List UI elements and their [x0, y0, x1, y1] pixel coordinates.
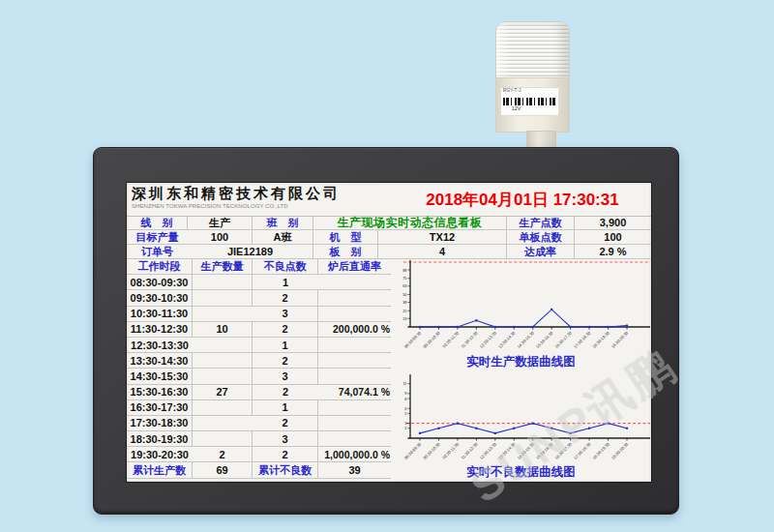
svg-text:15:30-16:30: 15:30-16:30	[535, 330, 554, 349]
achievement-rate-value: 2.9 %	[575, 245, 651, 259]
cell-pass-rate	[318, 307, 391, 322]
cell-time-slot: 16:30-17:30	[127, 400, 193, 416]
monitor-bezel: 深圳东和精密技术有限公司 SHENZHEN TOKWA PRECISION TE…	[93, 147, 679, 515]
achievement-rate-label: 达成率	[507, 245, 575, 259]
production-points-value: 3,900	[575, 216, 651, 230]
cell-defect-points: 2	[253, 447, 318, 462]
machine-model-value: TX12	[378, 230, 507, 245]
cell-time-slot: 15:30-16:30	[127, 385, 193, 400]
cell-defect-points: 1	[253, 338, 318, 353]
cell-pass-rate	[318, 338, 391, 353]
production-points-label: 生产点数	[507, 216, 575, 230]
tower-voltage-text: 12V	[501, 105, 535, 110]
cell-time-slot: 18:30-19:30	[127, 431, 193, 447]
cell-production-qty	[193, 400, 253, 416]
cell-time-slot: 12:30-13:30	[127, 338, 193, 353]
svg-text:08:30-09:30: 08:30-09:30	[403, 441, 423, 460]
board-points-label: 单板点数	[507, 230, 575, 245]
cell-pass-rate	[318, 290, 391, 306]
svg-text:5: 5	[404, 411, 406, 416]
cell-defect-points: 2	[253, 290, 318, 306]
board-points-value: 100	[575, 230, 651, 245]
svg-text:14:30-15:30: 14:30-15:30	[517, 330, 536, 349]
total-production-value: 69	[193, 462, 253, 478]
info-grid: 线 别 生产 班 别 生产现场实时动态信息看板 生产点数 3,900 目标产量 …	[127, 216, 651, 259]
cell-pass-rate	[318, 275, 391, 290]
datetime-display: 2018年04月01日 17:30:31	[398, 189, 647, 211]
svg-text:18:30-19:30: 18:30-19:30	[591, 441, 610, 460]
cell-pass-rate	[318, 416, 391, 431]
screen-header: 深圳东和精密技术有限公司 SHENZHEN TOKWA PRECISION TE…	[127, 183, 651, 217]
board-type-value: 4	[378, 245, 507, 259]
svg-text:19:30-20:30: 19:30-20:30	[610, 330, 630, 349]
cell-time-slot: 10:30-11:30	[127, 307, 193, 322]
svg-text:12:30-13:30: 12:30-13:30	[479, 441, 498, 460]
cell-defect-points: 3	[253, 307, 318, 322]
cell-time-slot: 13:30-14:30	[127, 353, 193, 369]
svg-text:17:30-18:30: 17:30-18:30	[573, 441, 592, 460]
cell-production-qty	[193, 431, 253, 447]
svg-text:15:30-16:30: 15:30-16:30	[535, 441, 554, 460]
column-header: 生产数量	[193, 259, 253, 275]
svg-text:88: 88	[402, 268, 406, 273]
cell-pass-rate: 1,000,000.0 %	[318, 447, 391, 462]
svg-text:08:30-09:30: 08:30-09:30	[403, 330, 423, 349]
order-number-label: 订单号	[127, 245, 188, 259]
svg-text:12:30-13:30: 12:30-13:30	[479, 330, 498, 349]
svg-text:16:30-17:30: 16:30-17:30	[553, 441, 573, 460]
order-number-value: JIE12189	[188, 245, 313, 259]
cell-production-qty: 2	[193, 447, 253, 462]
cell-pass-rate: 200,000.0 %	[318, 322, 391, 338]
cell-defect-points: 2	[253, 322, 318, 338]
company-name-cn: 深圳东和精密技术有限公司	[132, 185, 362, 203]
barcode-icon	[503, 98, 556, 105]
target-output-label: 目标产量	[127, 230, 188, 245]
cell-production-qty	[193, 353, 253, 369]
svg-text:16:30-17:30: 16:30-17:30	[553, 330, 573, 349]
cell-production-qty	[193, 290, 253, 306]
svg-text:11: 11	[402, 381, 406, 386]
shift-label: 班 别	[253, 216, 313, 230]
svg-text:9: 9	[404, 391, 406, 396]
svg-text:14:30-15:30: 14:30-15:30	[517, 441, 536, 460]
cell-production-qty	[193, 307, 253, 322]
svg-text:10:30-11:30: 10:30-11:30	[441, 330, 461, 349]
company-block: 深圳东和精密技术有限公司 SHENZHEN TOKWA PRECISION TE…	[132, 185, 362, 213]
chart-region: 1325385063758808:30-09:3009:30-10:3010:3…	[391, 259, 651, 482]
cell-pass-rate	[318, 400, 391, 416]
svg-text:18:30-19:30: 18:30-19:30	[591, 330, 610, 349]
cell-production-qty	[193, 369, 253, 384]
cell-defect-points: 3	[253, 369, 318, 384]
svg-text:38: 38	[402, 300, 406, 305]
cell-defect-points: 1	[253, 275, 318, 290]
production-line-chart: 1325385063758808:30-09:3009:30-10:3010:3…	[391, 259, 651, 352]
cell-time-slot: 08:30-09:30	[127, 275, 193, 290]
machine-model-label: 机 型	[313, 230, 378, 245]
svg-text:50: 50	[402, 292, 407, 297]
svg-text:09:30-10:30: 09:30-10:30	[422, 330, 441, 349]
tower-model-text: RGY-T-J	[501, 88, 532, 93]
total-defect-value: 39	[318, 462, 391, 478]
cell-defect-points: 2	[253, 385, 318, 400]
svg-text:09:30-10:30: 09:30-10:30	[422, 441, 441, 460]
signal-tower-light	[495, 21, 570, 81]
svg-text:10:30-11:30: 10:30-11:30	[441, 441, 461, 460]
cell-pass-rate	[318, 431, 391, 447]
svg-text:63: 63	[402, 283, 406, 288]
svg-text:25: 25	[402, 309, 406, 313]
total-defect-label: 累计不良数	[253, 462, 318, 478]
dashboard-screen: 深圳东和精密技术有限公司 SHENZHEN TOKWA PRECISION TE…	[127, 183, 651, 482]
shift-table: 工作时段生产数量不良点数炉后直通率08:30-09:30109:30-10:30…	[127, 259, 391, 479]
column-header: 炉后直通率	[318, 259, 391, 275]
svg-text:2: 2	[404, 426, 406, 430]
cell-defect-points: 1	[253, 400, 318, 416]
svg-text:13:30-14:30: 13:30-14:30	[497, 441, 517, 460]
cell-production-qty	[193, 338, 253, 353]
cell-production-qty	[193, 416, 253, 431]
svg-text:11:30-12:30: 11:30-12:30	[460, 441, 479, 460]
signal-tower-label: RGY-T-J 12V	[500, 87, 559, 116]
total-production-label: 累计生产数	[127, 462, 193, 478]
cell-pass-rate	[318, 369, 391, 384]
cell-time-slot: 17:30-18:30	[127, 416, 193, 431]
cell-production-qty: 10	[193, 322, 253, 338]
